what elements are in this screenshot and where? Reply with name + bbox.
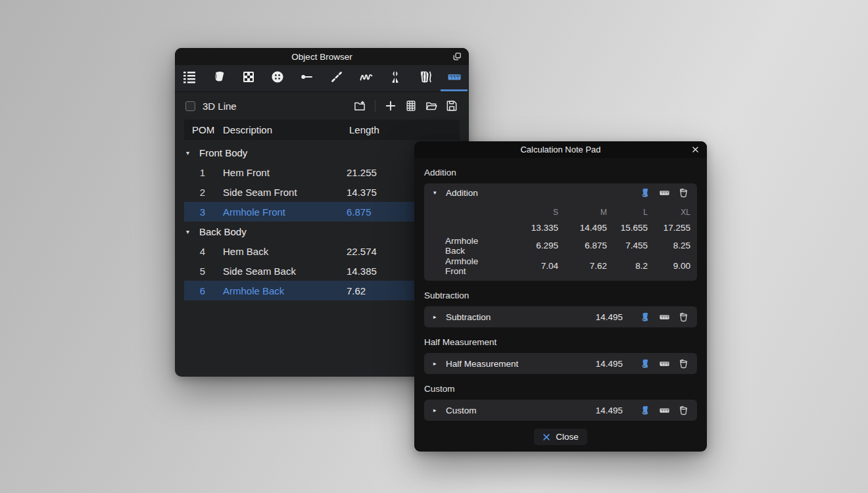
grid-icon[interactable] xyxy=(404,99,418,112)
close-icon[interactable] xyxy=(691,145,700,154)
section-label-half-measurement: Half Measurement xyxy=(424,337,697,347)
tape-measure-icon[interactable] xyxy=(659,405,670,416)
card-title: Addition xyxy=(446,188,478,198)
half-measurement-card-header[interactable]: ▸ Half Measurement 14.495 xyxy=(424,353,697,374)
folder-open-icon[interactable] xyxy=(425,99,438,112)
expand-triangle-icon[interactable]: ▸ xyxy=(433,360,446,367)
add-icon[interactable] xyxy=(384,99,397,112)
row-description: Side Seam Back xyxy=(221,266,346,277)
custom-card-header[interactable]: ▸ Custom 14.495 xyxy=(424,400,697,421)
row-pom: 6 xyxy=(184,285,221,296)
addition-card: ▾ Addition S M L XL 13.335 14.495 15.65 xyxy=(424,183,697,281)
measurement-value: 7.62 xyxy=(558,261,607,271)
card-title: Custom xyxy=(446,406,477,415)
measurement-label: Armhole Front xyxy=(424,256,498,276)
tab-bow[interactable] xyxy=(381,65,410,91)
total-value: 17.255 xyxy=(648,223,690,233)
tab-button[interactable] xyxy=(263,65,293,91)
object-browser-titlebar[interactable]: Object Browser xyxy=(175,48,469,65)
button-icon xyxy=(270,69,285,87)
measurement-row[interactable]: Armhole Front 7.04 7.62 8.2 9.00 xyxy=(424,256,697,276)
total-value: 14.495 xyxy=(558,223,607,233)
tab-puckering[interactable] xyxy=(410,65,440,91)
pin-icon xyxy=(299,69,315,87)
puckering-icon xyxy=(417,69,433,87)
row-description: Hem Back xyxy=(221,246,346,257)
tab-pin[interactable] xyxy=(293,65,322,91)
tab-stitch[interactable] xyxy=(322,65,352,91)
subtraction-card: ▸ Subtraction 14.495 xyxy=(424,306,697,327)
measurement-value: 7.455 xyxy=(607,241,648,250)
toolbar-divider xyxy=(375,100,375,112)
close-button-label: Close xyxy=(556,432,579,442)
show-avatar-icon[interactable] xyxy=(640,187,651,199)
column-pom: POM xyxy=(184,124,221,135)
folder-add-icon[interactable] xyxy=(353,99,366,112)
delete-icon[interactable] xyxy=(678,312,689,323)
total-value: 13.335 xyxy=(498,223,558,233)
object-browser-tabbar xyxy=(175,65,469,92)
collapse-triangle-icon[interactable]: ▾ xyxy=(433,189,446,196)
bow-icon xyxy=(387,69,403,87)
custom-card: ▸ Custom 14.495 xyxy=(424,400,697,421)
expand-triangle-icon[interactable]: ▸ xyxy=(433,407,446,413)
3d-line-checkbox[interactable] xyxy=(185,101,195,111)
size-header: S xyxy=(498,208,558,217)
chevron-down-icon: ▾ xyxy=(186,149,199,156)
delete-icon[interactable] xyxy=(678,187,689,199)
stitch-icon xyxy=(329,69,345,87)
tape-measure-icon[interactable] xyxy=(659,187,670,199)
row-description: Armhole Back xyxy=(221,285,346,296)
addition-card-header[interactable]: ▾ Addition xyxy=(424,183,697,202)
measurement-value: 9.00 xyxy=(648,261,690,271)
size-header: L xyxy=(607,208,648,217)
section-label-addition: Addition xyxy=(424,168,697,177)
show-avatar-icon[interactable] xyxy=(640,358,651,369)
calculation-note-pad-window: Calculation Note Pad Addition ▾ Addition… xyxy=(414,141,707,452)
card-value: 14.495 xyxy=(596,359,623,369)
size-header: XL xyxy=(648,208,690,217)
row-pom: 3 xyxy=(184,206,221,218)
save-icon[interactable] xyxy=(445,99,458,112)
delete-icon[interactable] xyxy=(678,405,689,416)
half-measurement-card: ▸ Half Measurement 14.495 xyxy=(424,353,697,374)
measurement-value: 8.25 xyxy=(648,241,690,250)
measure-tape-icon xyxy=(446,69,462,87)
fabric-icon xyxy=(241,69,256,87)
chevron-down-icon: ▾ xyxy=(186,228,199,235)
notepad-title: Calculation Note Pad xyxy=(520,145,600,154)
card-value: 14.495 xyxy=(596,406,623,415)
object-browser-title: Object Browser xyxy=(291,52,352,62)
group-label: Back Body xyxy=(199,226,247,237)
notepad-titlebar[interactable]: Calculation Note Pad xyxy=(414,141,707,158)
column-length: Length xyxy=(346,124,460,135)
tab-pattern[interactable] xyxy=(205,65,234,91)
section-label-custom: Custom xyxy=(424,384,697,394)
measurement-value: 8.2 xyxy=(607,261,648,271)
restore-window-icon[interactable] xyxy=(452,51,462,62)
expand-triangle-icon[interactable]: ▸ xyxy=(433,314,446,320)
tab-fabric[interactable] xyxy=(233,65,263,91)
row-pom: 4 xyxy=(184,246,221,257)
card-title: Half Measurement xyxy=(446,359,518,369)
tab-shirring[interactable] xyxy=(351,65,381,91)
tape-measure-icon[interactable] xyxy=(659,312,670,323)
row-description: Armhole Front xyxy=(221,206,346,218)
subtraction-card-header[interactable]: ▸ Subtraction 14.495 xyxy=(424,306,697,327)
measurement-value: 6.875 xyxy=(558,241,607,250)
tab-object-list[interactable] xyxy=(175,65,205,91)
row-description: Side Seam Front xyxy=(221,187,346,198)
total-value: 15.655 xyxy=(607,223,648,233)
card-title: Subtraction xyxy=(446,312,491,322)
tape-measure-icon[interactable] xyxy=(659,358,670,369)
show-avatar-icon[interactable] xyxy=(640,312,651,323)
measurement-row[interactable]: Armhole Back 6.295 6.875 7.455 8.25 xyxy=(424,235,697,256)
size-header-row: S M L XL xyxy=(424,205,697,220)
shirring-icon xyxy=(358,69,374,87)
column-header-row: POM Description Length xyxy=(184,120,460,140)
column-description: Description xyxy=(221,124,346,135)
close-button[interactable]: Close xyxy=(534,429,587,445)
delete-icon[interactable] xyxy=(678,358,689,369)
tab-measure[interactable] xyxy=(439,65,469,91)
show-avatar-icon[interactable] xyxy=(640,405,651,416)
